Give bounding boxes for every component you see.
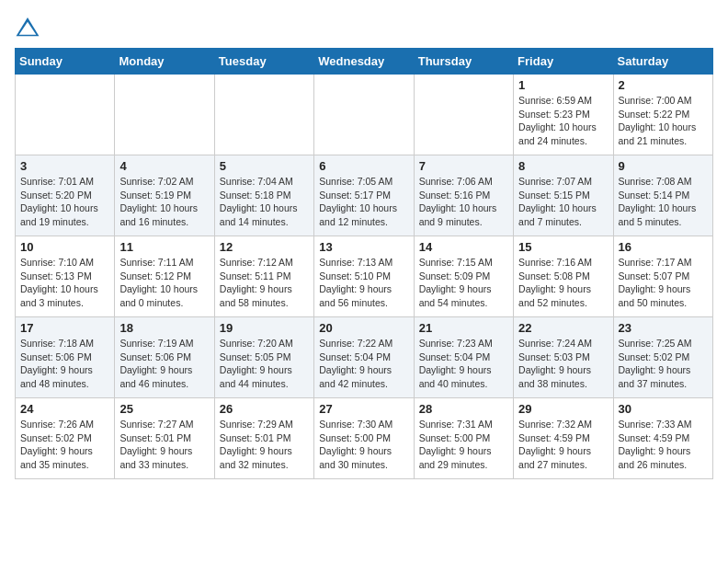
day-number: 24 (20, 402, 109, 416)
day-number: 18 (119, 321, 209, 335)
day-number: 15 (518, 240, 608, 254)
day-number: 9 (619, 159, 708, 173)
calendar-cell: 5Sunrise: 7:04 AM Sunset: 5:18 PM Daylig… (214, 155, 313, 236)
logo-icon (15, 15, 40, 40)
day-detail: Sunrise: 7:24 AM Sunset: 5:03 PM Dayligh… (518, 337, 608, 391)
calendar-cell: 9Sunrise: 7:08 AM Sunset: 5:14 PM Daylig… (613, 155, 712, 236)
day-detail: Sunrise: 7:27 AM Sunset: 5:01 PM Dayligh… (119, 418, 209, 472)
day-detail: Sunrise: 7:08 AM Sunset: 5:14 PM Dayligh… (619, 175, 708, 229)
day-detail: Sunrise: 7:17 AM Sunset: 5:07 PM Dayligh… (619, 256, 708, 310)
day-detail: Sunrise: 7:25 AM Sunset: 5:02 PM Dayligh… (619, 337, 708, 391)
day-detail: Sunrise: 7:02 AM Sunset: 5:19 PM Dayligh… (119, 175, 209, 229)
day-detail: Sunrise: 7:10 AM Sunset: 5:13 PM Dayligh… (20, 256, 109, 310)
day-detail: Sunrise: 6:59 AM Sunset: 5:23 PM Dayligh… (518, 94, 608, 148)
day-detail: Sunrise: 7:30 AM Sunset: 5:00 PM Dayligh… (319, 418, 408, 472)
day-detail: Sunrise: 7:16 AM Sunset: 5:08 PM Dayligh… (518, 256, 608, 310)
calendar-cell: 10Sunrise: 7:10 AM Sunset: 5:13 PM Dayli… (16, 236, 115, 317)
calendar-cell: 15Sunrise: 7:16 AM Sunset: 5:08 PM Dayli… (514, 236, 613, 317)
day-detail: Sunrise: 7:22 AM Sunset: 5:04 PM Dayligh… (319, 337, 408, 391)
calendar-cell: 7Sunrise: 7:06 AM Sunset: 5:16 PM Daylig… (414, 155, 513, 236)
calendar-cell: 24Sunrise: 7:26 AM Sunset: 5:02 PM Dayli… (16, 398, 115, 479)
calendar-cell: 20Sunrise: 7:22 AM Sunset: 5:04 PM Dayli… (314, 317, 414, 398)
day-number: 14 (419, 240, 508, 254)
calendar-cell: 22Sunrise: 7:24 AM Sunset: 5:03 PM Dayli… (514, 317, 613, 398)
day-number: 28 (419, 402, 508, 416)
day-number: 16 (619, 240, 708, 254)
day-detail: Sunrise: 7:01 AM Sunset: 5:20 PM Dayligh… (20, 175, 109, 229)
weekday-header-friday: Friday (514, 49, 613, 75)
calendar-cell (414, 75, 513, 155)
day-detail: Sunrise: 7:31 AM Sunset: 5:00 PM Dayligh… (419, 418, 508, 472)
calendar-cell: 27Sunrise: 7:30 AM Sunset: 5:00 PM Dayli… (314, 398, 414, 479)
calendar-cell: 12Sunrise: 7:12 AM Sunset: 5:11 PM Dayli… (214, 236, 313, 317)
day-number: 30 (619, 402, 708, 416)
calendar-cell: 29Sunrise: 7:32 AM Sunset: 4:59 PM Dayli… (514, 398, 613, 479)
day-detail: Sunrise: 7:13 AM Sunset: 5:10 PM Dayligh… (319, 256, 408, 310)
calendar-cell: 23Sunrise: 7:25 AM Sunset: 5:02 PM Dayli… (613, 317, 712, 398)
day-number: 22 (518, 321, 608, 335)
day-number: 23 (619, 321, 708, 335)
day-number: 7 (419, 159, 508, 173)
weekday-header-tuesday: Tuesday (214, 49, 313, 75)
day-detail: Sunrise: 7:11 AM Sunset: 5:12 PM Dayligh… (119, 256, 209, 310)
day-detail: Sunrise: 7:15 AM Sunset: 5:09 PM Dayligh… (419, 256, 508, 310)
calendar-cell: 4Sunrise: 7:02 AM Sunset: 5:19 PM Daylig… (115, 155, 214, 236)
calendar-cell: 19Sunrise: 7:20 AM Sunset: 5:05 PM Dayli… (214, 317, 313, 398)
day-number: 17 (20, 321, 109, 335)
weekday-header-monday: Monday (115, 49, 214, 75)
day-number: 4 (119, 159, 209, 173)
day-number: 11 (119, 240, 209, 254)
calendar-cell: 8Sunrise: 7:07 AM Sunset: 5:15 PM Daylig… (514, 155, 613, 236)
day-number: 6 (319, 159, 408, 173)
calendar-cell: 13Sunrise: 7:13 AM Sunset: 5:10 PM Dayli… (314, 236, 414, 317)
calendar-cell: 3Sunrise: 7:01 AM Sunset: 5:20 PM Daylig… (16, 155, 115, 236)
day-detail: Sunrise: 7:05 AM Sunset: 5:17 PM Dayligh… (319, 175, 408, 229)
day-number: 10 (20, 240, 109, 254)
day-detail: Sunrise: 7:33 AM Sunset: 4:59 PM Dayligh… (619, 418, 708, 472)
calendar-cell: 26Sunrise: 7:29 AM Sunset: 5:01 PM Dayli… (214, 398, 313, 479)
day-number: 29 (518, 402, 608, 416)
calendar-cell: 17Sunrise: 7:18 AM Sunset: 5:06 PM Dayli… (16, 317, 115, 398)
day-detail: Sunrise: 7:04 AM Sunset: 5:18 PM Dayligh… (220, 175, 309, 229)
day-detail: Sunrise: 7:12 AM Sunset: 5:11 PM Dayligh… (220, 256, 309, 310)
weekday-header-wednesday: Wednesday (314, 49, 414, 75)
calendar-cell (115, 75, 214, 155)
weekday-header-sunday: Sunday (16, 49, 115, 75)
day-detail: Sunrise: 7:20 AM Sunset: 5:05 PM Dayligh… (220, 337, 309, 391)
day-detail: Sunrise: 7:00 AM Sunset: 5:22 PM Dayligh… (619, 94, 708, 148)
day-detail: Sunrise: 7:29 AM Sunset: 5:01 PM Dayligh… (220, 418, 309, 472)
day-detail: Sunrise: 7:06 AM Sunset: 5:16 PM Dayligh… (419, 175, 508, 229)
day-detail: Sunrise: 7:18 AM Sunset: 5:06 PM Dayligh… (20, 337, 109, 391)
day-number: 20 (319, 321, 408, 335)
day-number: 8 (518, 159, 608, 173)
logo (15, 15, 44, 40)
calendar-cell (314, 75, 414, 155)
weekday-header-saturday: Saturday (613, 49, 712, 75)
calendar-cell: 28Sunrise: 7:31 AM Sunset: 5:00 PM Dayli… (414, 398, 513, 479)
calendar-cell (214, 75, 313, 155)
day-number: 5 (220, 159, 309, 173)
day-number: 26 (220, 402, 309, 416)
day-number: 27 (319, 402, 408, 416)
day-number: 3 (20, 159, 109, 173)
page-header (15, 15, 713, 40)
calendar-cell (16, 75, 115, 155)
day-number: 21 (419, 321, 508, 335)
day-detail: Sunrise: 7:07 AM Sunset: 5:15 PM Dayligh… (518, 175, 608, 229)
day-number: 25 (119, 402, 209, 416)
calendar-cell: 18Sunrise: 7:19 AM Sunset: 5:06 PM Dayli… (115, 317, 214, 398)
calendar-table: SundayMondayTuesdayWednesdayThursdayFrid… (15, 48, 713, 479)
calendar-cell: 30Sunrise: 7:33 AM Sunset: 4:59 PM Dayli… (613, 398, 712, 479)
calendar-cell: 25Sunrise: 7:27 AM Sunset: 5:01 PM Dayli… (115, 398, 214, 479)
day-number: 2 (619, 78, 708, 92)
calendar-cell: 2Sunrise: 7:00 AM Sunset: 5:22 PM Daylig… (613, 75, 712, 155)
day-detail: Sunrise: 7:19 AM Sunset: 5:06 PM Dayligh… (119, 337, 209, 391)
calendar-cell: 16Sunrise: 7:17 AM Sunset: 5:07 PM Dayli… (613, 236, 712, 317)
calendar-cell: 6Sunrise: 7:05 AM Sunset: 5:17 PM Daylig… (314, 155, 414, 236)
calendar-cell: 1Sunrise: 6:59 AM Sunset: 5:23 PM Daylig… (514, 75, 613, 155)
calendar-cell: 11Sunrise: 7:11 AM Sunset: 5:12 PM Dayli… (115, 236, 214, 317)
day-detail: Sunrise: 7:26 AM Sunset: 5:02 PM Dayligh… (20, 418, 109, 472)
day-number: 12 (220, 240, 309, 254)
day-detail: Sunrise: 7:32 AM Sunset: 4:59 PM Dayligh… (518, 418, 608, 472)
day-number: 13 (319, 240, 408, 254)
